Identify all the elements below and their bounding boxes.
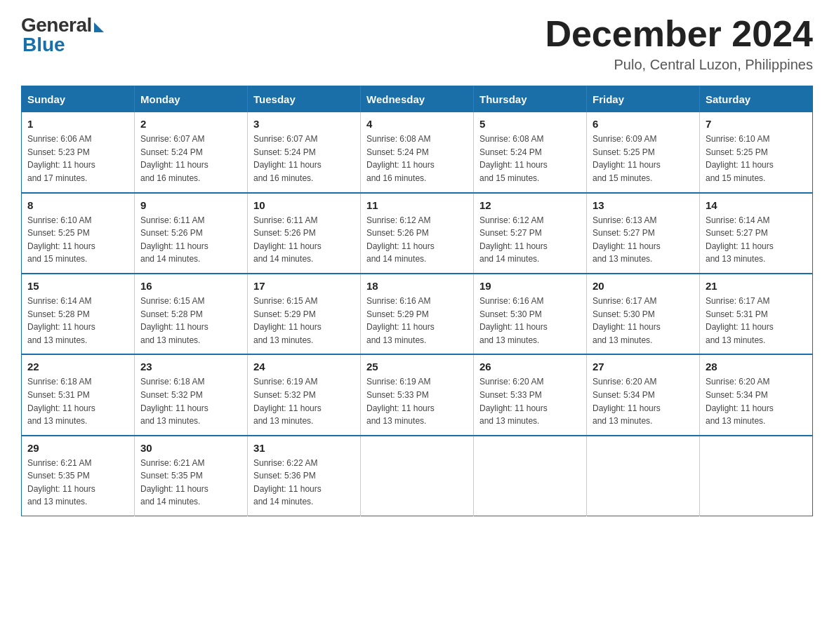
day-info: Sunrise: 6:13 AM Sunset: 5:27 PM Dayligh…	[593, 214, 694, 266]
calendar-header-row: SundayMondayTuesdayWednesdayThursdayFrid…	[22, 86, 813, 113]
day-info: Sunrise: 6:08 AM Sunset: 5:24 PM Dayligh…	[479, 133, 581, 185]
calendar-cell: 20 Sunrise: 6:17 AM Sunset: 5:30 PM Dayl…	[587, 274, 700, 354]
day-number: 2	[140, 118, 241, 130]
calendar-cell: 1 Sunrise: 6:06 AM Sunset: 5:23 PM Dayli…	[22, 112, 135, 192]
header-thursday: Thursday	[474, 86, 587, 113]
calendar-table: SundayMondayTuesdayWednesdayThursdayFrid…	[21, 86, 813, 516]
day-number: 27	[593, 361, 694, 373]
calendar-cell	[361, 436, 474, 516]
day-number: 30	[140, 442, 241, 454]
calendar-cell: 9 Sunrise: 6:11 AM Sunset: 5:26 PM Dayli…	[135, 193, 248, 274]
calendar-cell: 8 Sunrise: 6:10 AM Sunset: 5:25 PM Dayli…	[22, 193, 135, 274]
day-number: 13	[593, 199, 694, 211]
calendar-cell	[587, 436, 700, 516]
day-info: Sunrise: 6:12 AM Sunset: 5:26 PM Dayligh…	[366, 214, 468, 266]
week-row-2: 8 Sunrise: 6:10 AM Sunset: 5:25 PM Dayli…	[22, 193, 813, 274]
calendar-cell: 24 Sunrise: 6:19 AM Sunset: 5:32 PM Dayl…	[248, 354, 361, 435]
day-info: Sunrise: 6:11 AM Sunset: 5:26 PM Dayligh…	[140, 214, 241, 266]
day-number: 16	[140, 280, 241, 292]
calendar-cell: 7 Sunrise: 6:10 AM Sunset: 5:25 PM Dayli…	[700, 112, 813, 192]
calendar-cell: 22 Sunrise: 6:18 AM Sunset: 5:31 PM Dayl…	[22, 354, 135, 435]
day-info: Sunrise: 6:12 AM Sunset: 5:27 PM Dayligh…	[479, 214, 581, 266]
calendar-cell: 18 Sunrise: 6:16 AM Sunset: 5:29 PM Dayl…	[361, 274, 474, 354]
day-info: Sunrise: 6:09 AM Sunset: 5:25 PM Dayligh…	[593, 133, 694, 185]
calendar-cell: 14 Sunrise: 6:14 AM Sunset: 5:27 PM Dayl…	[700, 193, 813, 274]
day-number: 22	[27, 361, 128, 373]
day-info: Sunrise: 6:08 AM Sunset: 5:24 PM Dayligh…	[366, 133, 468, 185]
calendar-cell: 6 Sunrise: 6:09 AM Sunset: 5:25 PM Dayli…	[587, 112, 700, 192]
calendar-cell: 19 Sunrise: 6:16 AM Sunset: 5:30 PM Dayl…	[474, 274, 587, 354]
day-info: Sunrise: 6:15 AM Sunset: 5:29 PM Dayligh…	[253, 295, 355, 347]
day-number: 19	[479, 280, 581, 292]
calendar-cell: 2 Sunrise: 6:07 AM Sunset: 5:24 PM Dayli…	[135, 112, 248, 192]
day-number: 29	[27, 442, 128, 454]
calendar-cell: 21 Sunrise: 6:17 AM Sunset: 5:31 PM Dayl…	[700, 274, 813, 354]
day-info: Sunrise: 6:18 AM Sunset: 5:31 PM Dayligh…	[27, 375, 128, 427]
calendar-cell: 12 Sunrise: 6:12 AM Sunset: 5:27 PM Dayl…	[474, 193, 587, 274]
calendar-cell	[474, 436, 587, 516]
location-subtitle: Pulo, Central Luzon, Philippines	[545, 57, 813, 73]
day-number: 28	[706, 361, 807, 373]
calendar-cell: 10 Sunrise: 6:11 AM Sunset: 5:26 PM Dayl…	[248, 193, 361, 274]
header-tuesday: Tuesday	[248, 86, 361, 113]
day-info: Sunrise: 6:11 AM Sunset: 5:26 PM Dayligh…	[253, 214, 355, 266]
title-area: December 2024 Pulo, Central Luzon, Phili…	[545, 14, 813, 73]
day-info: Sunrise: 6:07 AM Sunset: 5:24 PM Dayligh…	[253, 133, 355, 185]
calendar-cell: 16 Sunrise: 6:15 AM Sunset: 5:28 PM Dayl…	[135, 274, 248, 354]
calendar-cell: 30 Sunrise: 6:21 AM Sunset: 5:35 PM Dayl…	[135, 436, 248, 516]
header-sunday: Sunday	[22, 86, 135, 113]
day-info: Sunrise: 6:19 AM Sunset: 5:33 PM Dayligh…	[366, 375, 468, 427]
day-info: Sunrise: 6:22 AM Sunset: 5:36 PM Dayligh…	[253, 457, 355, 509]
day-info: Sunrise: 6:17 AM Sunset: 5:31 PM Dayligh…	[706, 295, 807, 347]
day-number: 17	[253, 280, 355, 292]
day-info: Sunrise: 6:10 AM Sunset: 5:25 PM Dayligh…	[706, 133, 807, 185]
day-info: Sunrise: 6:20 AM Sunset: 5:33 PM Dayligh…	[479, 375, 581, 427]
day-number: 11	[366, 199, 468, 211]
day-number: 9	[140, 199, 241, 211]
calendar-cell	[700, 436, 813, 516]
day-info: Sunrise: 6:16 AM Sunset: 5:29 PM Dayligh…	[366, 295, 468, 347]
calendar-cell: 5 Sunrise: 6:08 AM Sunset: 5:24 PM Dayli…	[474, 112, 587, 192]
day-info: Sunrise: 6:20 AM Sunset: 5:34 PM Dayligh…	[593, 375, 694, 427]
day-info: Sunrise: 6:07 AM Sunset: 5:24 PM Dayligh…	[140, 133, 241, 185]
day-number: 14	[706, 199, 807, 211]
logo-blue-text: Blue	[22, 34, 65, 56]
day-number: 8	[27, 199, 128, 211]
page-header: General Blue December 2024 Pulo, Central…	[21, 14, 813, 73]
week-row-3: 15 Sunrise: 6:14 AM Sunset: 5:28 PM Dayl…	[22, 274, 813, 354]
day-number: 23	[140, 361, 241, 373]
day-info: Sunrise: 6:19 AM Sunset: 5:32 PM Dayligh…	[253, 375, 355, 427]
day-number: 26	[479, 361, 581, 373]
day-number: 31	[253, 442, 355, 454]
logo-arrow-icon	[94, 22, 104, 32]
header-wednesday: Wednesday	[361, 86, 474, 113]
day-info: Sunrise: 6:14 AM Sunset: 5:28 PM Dayligh…	[27, 295, 128, 347]
week-row-4: 22 Sunrise: 6:18 AM Sunset: 5:31 PM Dayl…	[22, 354, 813, 435]
week-row-1: 1 Sunrise: 6:06 AM Sunset: 5:23 PM Dayli…	[22, 112, 813, 192]
day-number: 24	[253, 361, 355, 373]
calendar-cell: 28 Sunrise: 6:20 AM Sunset: 5:34 PM Dayl…	[700, 354, 813, 435]
calendar-cell: 13 Sunrise: 6:13 AM Sunset: 5:27 PM Dayl…	[587, 193, 700, 274]
month-year-title: December 2024	[545, 14, 813, 54]
day-number: 21	[706, 280, 807, 292]
day-number: 6	[593, 118, 694, 130]
day-info: Sunrise: 6:21 AM Sunset: 5:35 PM Dayligh…	[27, 457, 128, 509]
week-row-5: 29 Sunrise: 6:21 AM Sunset: 5:35 PM Dayl…	[22, 436, 813, 516]
header-saturday: Saturday	[700, 86, 813, 113]
calendar-cell: 29 Sunrise: 6:21 AM Sunset: 5:35 PM Dayl…	[22, 436, 135, 516]
calendar-cell: 31 Sunrise: 6:22 AM Sunset: 5:36 PM Dayl…	[248, 436, 361, 516]
day-info: Sunrise: 6:14 AM Sunset: 5:27 PM Dayligh…	[706, 214, 807, 266]
header-friday: Friday	[587, 86, 700, 113]
day-number: 7	[706, 118, 807, 130]
day-info: Sunrise: 6:15 AM Sunset: 5:28 PM Dayligh…	[140, 295, 241, 347]
day-info: Sunrise: 6:17 AM Sunset: 5:30 PM Dayligh…	[593, 295, 694, 347]
day-number: 20	[593, 280, 694, 292]
day-info: Sunrise: 6:06 AM Sunset: 5:23 PM Dayligh…	[27, 133, 128, 185]
day-number: 3	[253, 118, 355, 130]
day-number: 5	[479, 118, 581, 130]
calendar-cell: 4 Sunrise: 6:08 AM Sunset: 5:24 PM Dayli…	[361, 112, 474, 192]
calendar-cell: 27 Sunrise: 6:20 AM Sunset: 5:34 PM Dayl…	[587, 354, 700, 435]
calendar-cell: 3 Sunrise: 6:07 AM Sunset: 5:24 PM Dayli…	[248, 112, 361, 192]
day-number: 18	[366, 280, 468, 292]
calendar-cell: 25 Sunrise: 6:19 AM Sunset: 5:33 PM Dayl…	[361, 354, 474, 435]
